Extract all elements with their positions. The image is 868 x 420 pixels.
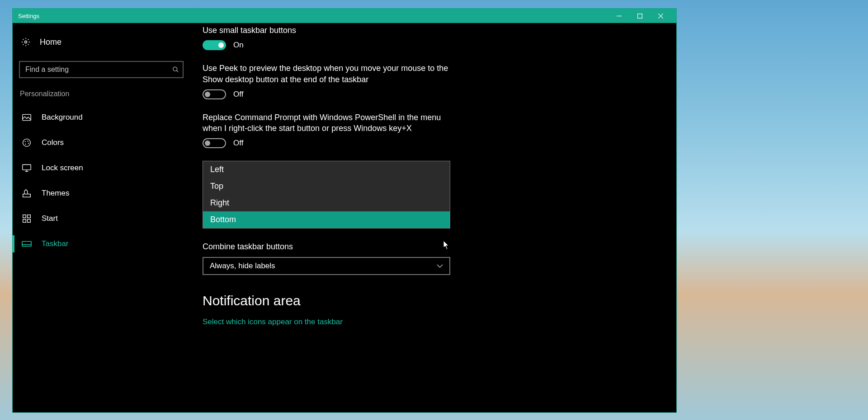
taskbar-icon (22, 239, 32, 249)
search-container (19, 61, 184, 78)
sidebar-item-label: Lock screen (42, 163, 83, 173)
setting-label: Replace Command Prompt with Windows Powe… (203, 112, 456, 134)
sidebar-item-label: Taskbar (42, 239, 69, 248)
settings-window: Settings Home (12, 8, 677, 413)
combine-dropdown[interactable]: Always, hide labels (203, 257, 450, 275)
setting-combine: Combine taskbar buttons Always, hide lab… (203, 241, 456, 275)
sidebar: Home Personalization Background Colo (13, 23, 190, 412)
close-icon (658, 14, 663, 19)
gear-icon (21, 37, 31, 47)
setting-label: Use small taskbar buttons (203, 25, 456, 36)
sidebar-item-label: Colors (42, 138, 64, 147)
svg-rect-11 (23, 215, 26, 218)
titlebar: Settings (13, 9, 676, 23)
sidebar-item-label: Start (42, 214, 58, 223)
image-icon (22, 112, 32, 122)
svg-point-8 (25, 144, 26, 145)
svg-rect-0 (637, 14, 642, 18)
minimize-icon (617, 14, 622, 19)
svg-rect-14 (28, 219, 31, 223)
toggle-powershell[interactable] (203, 138, 226, 148)
sidebar-item-label: Background (42, 113, 83, 122)
toggle-state: Off (233, 139, 243, 148)
section-heading-notification: Notification area (203, 293, 664, 308)
toggle-state: On (233, 41, 244, 50)
nav-home-label: Home (40, 37, 61, 47)
toggle-small-buttons[interactable] (203, 40, 226, 50)
sidebar-item-start[interactable]: Start (19, 207, 184, 230)
sidebar-item-themes[interactable]: Themes (19, 182, 184, 205)
dropdown-value: Always, hide labels (210, 261, 275, 271)
toggle-row: Off (203, 89, 456, 99)
setting-peek: Use Peek to preview the desktop when you… (203, 63, 456, 99)
svg-point-2 (173, 67, 177, 71)
search-icon (172, 66, 179, 73)
sidebar-item-lock-screen[interactable]: Lock screen (19, 157, 184, 179)
svg-point-6 (27, 141, 28, 142)
maximize-icon (637, 14, 642, 19)
monitor-icon (22, 163, 32, 173)
sidebar-group-header: Personalization (19, 88, 184, 106)
svg-rect-9 (23, 165, 31, 170)
chevron-down-icon (437, 264, 443, 268)
minimize-button[interactable] (609, 9, 629, 23)
sidebar-item-taskbar[interactable]: Taskbar (19, 233, 184, 255)
nav-home[interactable]: Home (19, 31, 184, 53)
pencil-icon (22, 188, 32, 198)
setting-small-buttons: Use small taskbar buttons On (203, 25, 456, 50)
dropdown-option-left[interactable]: Left (203, 161, 450, 178)
svg-point-4 (23, 139, 31, 147)
setting-label: Use Peek to preview the desktop when you… (203, 63, 456, 85)
setting-label: Combine taskbar buttons (203, 241, 456, 252)
dropdown-option-top[interactable]: Top (203, 178, 450, 195)
svg-rect-12 (28, 215, 31, 218)
link-select-icons[interactable]: Select which icons appear on the taskbar (203, 317, 664, 327)
sidebar-item-colors[interactable]: Colors (19, 131, 184, 154)
toggle-peek[interactable] (203, 89, 226, 99)
svg-point-1 (25, 41, 27, 43)
taskbar-location-dropdown-open[interactable]: Left Top Right Bottom (203, 161, 450, 229)
dropdown-option-bottom[interactable]: Bottom (203, 211, 450, 228)
sidebar-item-background[interactable]: Background (19, 106, 184, 129)
search-input[interactable] (19, 61, 184, 78)
sidebar-item-label: Themes (42, 189, 69, 198)
window-controls (609, 9, 671, 23)
svg-point-5 (25, 141, 26, 142)
grid-icon (22, 214, 32, 224)
toggle-state: Off (233, 90, 243, 99)
svg-rect-15 (22, 242, 31, 247)
svg-rect-10 (23, 194, 31, 197)
close-button[interactable] (650, 9, 671, 23)
svg-point-7 (28, 143, 29, 144)
svg-rect-13 (23, 219, 26, 223)
toggle-row: Off (203, 138, 456, 148)
palette-icon (22, 138, 32, 148)
toggle-row: On (203, 40, 456, 50)
setting-powershell: Replace Command Prompt with Windows Powe… (203, 112, 456, 149)
maximize-button[interactable] (629, 9, 650, 23)
content-pane[interactable]: Use small taskbar buttons On Use Peek to… (190, 23, 676, 412)
window-title: Settings (18, 13, 609, 19)
window-body: Home Personalization Background Colo (13, 23, 676, 412)
dropdown-option-right[interactable]: Right (203, 195, 450, 211)
